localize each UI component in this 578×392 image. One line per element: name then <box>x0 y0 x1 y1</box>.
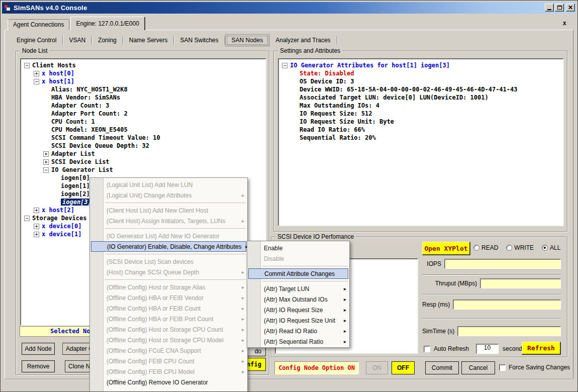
menu-item[interactable]: (Offline Config) FCoE CNA Support▸ <box>90 345 247 356</box>
collapse-icon[interactable]: − <box>282 63 287 68</box>
tab-zoning[interactable]: Zoning <box>92 35 123 46</box>
tree-row[interactable]: −Client Hosts <box>21 61 265 69</box>
menu-item[interactable]: (Attr) Target LUN▸ <box>247 283 349 294</box>
thruput-label: Thruput (MBps) <box>422 280 480 287</box>
resp-field[interactable] <box>453 300 561 310</box>
submenu-arrow-icon: ▸ <box>242 306 244 311</box>
menu-item[interactable]: (Offline Config) Remove IO Generator <box>90 377 247 387</box>
menu-item[interactable]: (Offline Config) FEIB CPU Count▸ <box>90 356 247 366</box>
tree-row[interactable]: −IO Generator Attributes for host[1] iog… <box>279 61 563 69</box>
tree-row[interactable]: Max Outstanding IOs: 4 <box>279 102 563 110</box>
tab-vsan[interactable]: VSAN <box>63 35 91 46</box>
menu-item[interactable]: (Attr) Sequential Ratio▸ <box>247 336 349 347</box>
remove-button[interactable]: Remove <box>22 360 55 372</box>
collapse-icon[interactable]: − <box>24 63 30 68</box>
menu-item-label: Commit Attribute Changes <box>264 270 345 277</box>
tab-close-icon[interactable]: x <box>562 19 566 27</box>
menu-item[interactable]: (Offline Config) HBA or FEIB Vendor▸ <box>90 292 247 303</box>
tab-engine[interactable]: Engine: 127.0.0.1/E000 <box>70 17 145 30</box>
tree-row[interactable]: SCSI Command Timeout Value: 10 <box>21 134 265 142</box>
menu-item[interactable]: (Offline Config) Host or Storage Alias▸ <box>90 282 247 292</box>
refresh-button[interactable]: Refresh <box>522 342 561 355</box>
tree-row[interactable]: −x host[1] <box>21 77 265 85</box>
tab-analyzer-traces[interactable]: Analyzer and Traces <box>269 35 336 46</box>
minimize-button[interactable] <box>545 4 554 12</box>
maximize-button[interactable] <box>555 4 564 12</box>
tab-engine-control[interactable]: Engine Control <box>11 35 62 46</box>
menu-item[interactable]: (Attr) IO Request Size Unit▸ <box>247 315 349 326</box>
thruput-field[interactable] <box>480 278 561 288</box>
tree-row[interactable]: State: Disabled <box>279 69 563 77</box>
auto-refresh-checkbox[interactable] <box>424 346 430 352</box>
menu-item[interactable]: (Offline Config) FEIB CPU Model▸ <box>90 366 247 377</box>
menu-item[interactable]: (Offline Config) HBA or FEIB Count▸ <box>90 303 247 314</box>
menu-item[interactable]: (Logical Unit) Change Attributes▸ <box>90 190 247 201</box>
tree-row[interactable]: IO Request Size: 512 <box>279 110 563 118</box>
menu-item[interactable]: Disable <box>247 253 349 264</box>
tree-row[interactable]: IO Request Size Unit: Byte <box>279 118 563 126</box>
tree-row[interactable]: Read IO Ratio: 66% <box>279 126 563 134</box>
expand-icon[interactable]: + <box>43 151 49 157</box>
menu-item[interactable]: Commit Attribute Changes <box>248 268 348 279</box>
menu-item[interactable]: (Logical Unit List) Add New LUN <box>90 179 247 190</box>
tree-row[interactable]: CPU Model: XEON_E5405 <box>21 126 265 134</box>
tree-row[interactable]: Adapter Port Count: 2 <box>21 110 265 118</box>
radio-all[interactable]: ALL <box>542 244 560 251</box>
force-saving-checkbox[interactable] <box>499 364 506 371</box>
expand-icon[interactable]: + <box>34 232 39 237</box>
menu-item[interactable]: (IO Generator List) Add New IO Generator <box>90 231 247 241</box>
expand-icon[interactable]: + <box>34 71 39 76</box>
tree-row[interactable]: −IO Generator List <box>21 166 265 174</box>
tree-row[interactable]: Sequential Ratio: 20% <box>279 134 563 142</box>
tab-name-servers[interactable]: Name Servers <box>123 35 174 46</box>
simtime-field[interactable] <box>457 326 561 336</box>
menu-item[interactable]: (Offline Config) HBA or FEIB Port Count▸ <box>90 314 247 324</box>
tab-agent-connections[interactable]: Agent Connections <box>8 19 69 30</box>
expand-icon[interactable]: + <box>43 159 49 165</box>
simtime-row: SimTime (s) <box>422 326 561 336</box>
menu-item[interactable]: (IO Generator) Enable, Disable, Change A… <box>91 241 246 252</box>
off-button[interactable]: OFF <box>392 361 415 374</box>
tree-row[interactable]: Associated Target LUN: device[0] LUN(Dev… <box>279 93 563 102</box>
tab-san-nodes[interactable]: SAN Nodes <box>225 34 270 46</box>
menu-item[interactable]: (Attr) IO Request Size▸ <box>247 305 349 315</box>
node-list-title: Node List <box>20 47 50 54</box>
menu-item[interactable]: (Attr) Read IO Ratio▸ <box>247 326 349 336</box>
menu-item[interactable]: (Attr) Max Outstand IOs▸ <box>247 294 349 305</box>
tree-row[interactable]: +Adapter List <box>21 150 265 158</box>
close-button[interactable]: ✕ <box>566 4 575 12</box>
tree-row[interactable]: Adapter Count: 3 <box>21 102 265 110</box>
settings-tree[interactable]: −IO Generator Attributes for host[1] iog… <box>278 58 564 226</box>
menu-item[interactable]: (Client Host) Assign Initiators, Targets… <box>90 216 247 226</box>
tree-row[interactable]: SCSI Device Queue Depth: 32 <box>21 142 265 150</box>
expand-icon[interactable]: + <box>34 208 39 213</box>
menu-item[interactable]: (Client Host List) Add New Client Host <box>90 205 247 216</box>
menu-item[interactable]: (Offline Config) Host or Storage CPU Cou… <box>90 324 247 335</box>
cancel-button[interactable]: Cancel <box>461 361 495 374</box>
collapse-icon[interactable]: − <box>34 79 39 84</box>
tree-row[interactable]: Alias: NYC_HOST1_W2K8 <box>21 85 265 93</box>
tab-san-switches[interactable]: SAN Switches <box>174 35 224 46</box>
menu-item[interactable]: (SCSI Device List) Scan devices <box>90 256 247 267</box>
collapse-icon[interactable]: − <box>24 216 30 221</box>
tree-row[interactable]: OS Device ID: 3 <box>279 77 563 85</box>
menu-item[interactable]: (Offline Config) Host or Storage CPU Mod… <box>90 335 247 345</box>
commit-button[interactable]: Commit <box>425 361 459 374</box>
open-xyplot-button[interactable]: Open XYPlot <box>422 242 470 255</box>
tree-row[interactable]: Device WWID: 65-18-5A-04-00-00-00-02-46-… <box>279 85 563 93</box>
radio-write[interactable]: WRITE <box>506 244 534 251</box>
tree-row[interactable]: HBA Vendor: SimSANs <box>21 93 265 102</box>
menu-item[interactable]: (Host) Change SCSI Queue Depth▸ <box>90 267 247 277</box>
tree-row[interactable]: +x host[0] <box>21 69 265 77</box>
tree-row[interactable]: +SCSI Device List <box>21 158 265 166</box>
radio-read[interactable]: READ <box>473 244 498 251</box>
menu-item[interactable]: Enable <box>247 243 349 253</box>
on-button[interactable]: ON <box>366 361 388 374</box>
title-bar[interactable]: SimSANs v4.0 Console ✕ <box>2 2 576 14</box>
add-node-button[interactable]: Add Node <box>22 343 55 355</box>
iops-field[interactable] <box>444 259 561 269</box>
collapse-icon[interactable]: − <box>43 167 49 173</box>
expand-icon[interactable]: + <box>34 224 39 229</box>
refresh-interval-field[interactable]: 10 <box>476 344 499 354</box>
tree-row[interactable]: CPU Count: 1 <box>21 118 265 126</box>
